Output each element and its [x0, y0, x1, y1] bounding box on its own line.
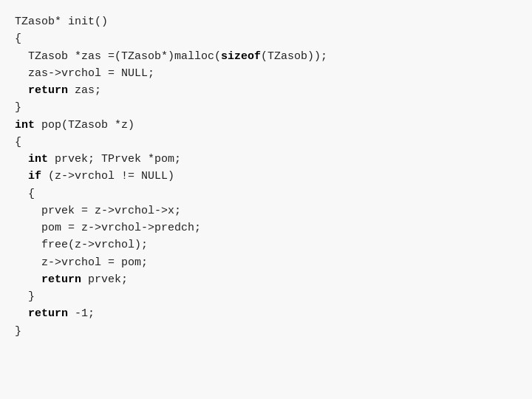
code-text: zas->vrchol = NULL;	[15, 67, 154, 80]
code-line: TZasob *zas =(TZasob*)malloc(sizeof(TZas…	[15, 48, 517, 65]
code-text: {	[15, 136, 21, 149]
code-text: pop(TZasob *z)	[35, 119, 134, 132]
code-text: }	[15, 101, 21, 114]
code-text: prvek; TPrvek *pom;	[48, 153, 181, 166]
code-line: }	[15, 99, 517, 116]
code-text: z->vrchol = pom;	[15, 256, 148, 269]
keyword: if	[28, 170, 41, 183]
code-line: z->vrchol = pom;	[15, 254, 517, 271]
code-text: TZasob *zas =(TZasob*)malloc(	[15, 50, 221, 63]
code-text	[15, 84, 28, 97]
code-line: zas->vrchol = NULL;	[15, 65, 517, 82]
code-line: int prvek; TPrvek *pom;	[15, 151, 517, 168]
code-block: TZasob* init(){ TZasob *zas =(TZasob*)ma…	[15, 13, 517, 340]
code-line: int pop(TZasob *z)	[15, 117, 517, 134]
code-line: return prvek;	[15, 271, 517, 288]
code-line: TZasob* init()	[15, 13, 517, 30]
code-line: free(z->vrchol);	[15, 236, 517, 253]
keyword: int	[28, 153, 48, 166]
code-text: zas;	[68, 84, 101, 97]
code-line: return zas;	[15, 82, 517, 99]
code-line: }	[15, 323, 517, 340]
keyword: return	[41, 273, 81, 286]
code-text: TZasob* init()	[15, 16, 108, 28]
keyword: return	[28, 307, 68, 320]
code-text: prvek;	[81, 273, 128, 286]
keyword: int	[15, 119, 35, 132]
code-line: }	[15, 288, 517, 305]
code-text	[15, 273, 41, 286]
code-line: if (z->vrchol != NULL)	[15, 168, 517, 185]
code-text: }	[15, 325, 21, 338]
code-text	[15, 170, 28, 183]
code-text: free(z->vrchol);	[15, 239, 148, 251]
code-line: {	[15, 30, 517, 47]
code-line: pom = z->vrchol->predch;	[15, 219, 517, 236]
code-text: -1;	[68, 307, 95, 320]
code-text: (TZasob));	[261, 50, 327, 63]
code-text: (z->vrchol != NULL)	[41, 170, 174, 183]
code-text: {	[15, 33, 21, 45]
code-text: prvek = z->vrchol->x;	[15, 205, 181, 217]
code-line: prvek = z->vrchol->x;	[15, 202, 517, 219]
code-text	[15, 153, 28, 166]
code-line: return -1;	[15, 305, 517, 322]
keyword: sizeof	[221, 50, 261, 63]
code-text: {	[15, 188, 35, 200]
code-text: pom = z->vrchol->predch;	[15, 222, 201, 234]
code-container: TZasob* init(){ TZasob *zas =(TZasob*)ma…	[0, 0, 532, 399]
code-text	[15, 307, 28, 320]
code-line: {	[15, 134, 517, 151]
code-line: {	[15, 185, 517, 202]
code-text: }	[15, 290, 35, 303]
keyword: return	[28, 84, 68, 97]
